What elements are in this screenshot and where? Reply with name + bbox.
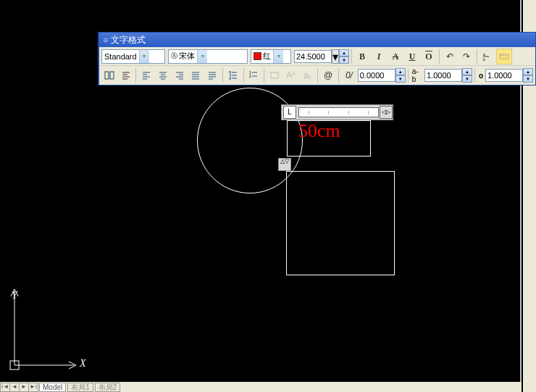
separator: [135, 68, 136, 83]
svg-rect-43: [271, 72, 278, 78]
svg-rect-10: [105, 72, 109, 79]
tab-layout1[interactable]: 布局1: [67, 383, 93, 392]
insert-field-button: [267, 67, 282, 83]
chevron-down-icon: ▾: [139, 50, 149, 63]
uppercase-button: Aᴬ: [283, 67, 299, 83]
separator: [408, 68, 409, 83]
toolbar-title-label: 文字格式: [111, 34, 146, 46]
separator: [477, 49, 477, 64]
separator: [439, 49, 440, 64]
chevron-down-icon: ▾: [273, 50, 283, 63]
svg-text:b: b: [483, 57, 485, 62]
tab-nav-next[interactable]: ►: [19, 383, 29, 392]
svg-text:2: 2: [249, 74, 251, 78]
grip-icon: [104, 38, 108, 42]
mtext-content[interactable]: 50cm: [298, 120, 340, 142]
tab-nav-last[interactable]: ►I: [28, 383, 38, 392]
width-factor-input[interactable]: [485, 69, 523, 82]
align-right-button[interactable]: [172, 67, 188, 83]
align-justify-button[interactable]: [188, 67, 204, 83]
ruler-l-box[interactable]: L: [283, 106, 296, 119]
color-combo[interactable]: 红▾: [251, 49, 291, 64]
lowercase-button: aₐ: [300, 67, 316, 83]
undo-button[interactable]: ↶: [442, 49, 458, 64]
spinner-buttons[interactable]: ▲▼: [462, 68, 472, 83]
ucs-icon: [7, 285, 80, 375]
width-factor-spinner[interactable]: ▲▼: [485, 68, 533, 83]
rectangle-large: [286, 171, 395, 275]
oblique-input[interactable]: [358, 69, 395, 82]
numbering-button[interactable]: 12: [246, 67, 262, 83]
ruler-toggle-button[interactable]: [496, 49, 512, 64]
separator: [243, 68, 244, 83]
line-spacing-button[interactable]: [225, 67, 241, 83]
separator: [474, 68, 475, 83]
ucs-x-label: X: [80, 358, 86, 370]
chevron-down-icon: ▾: [332, 49, 339, 64]
mtext-justify-button[interactable]: [118, 67, 134, 83]
align-left-button[interactable]: [138, 67, 154, 83]
toolbar-row-1: Standard▾ Ⓐ宋体▾ 红▾ ▾ ▲▼ B I A U O ↶ ↷ ab: [99, 47, 535, 66]
svg-text:a: a: [483, 52, 485, 57]
oblique-angle-button[interactable]: 0/: [341, 67, 357, 83]
mtext-height-handle[interactable]: △▽: [278, 158, 291, 171]
font-combo[interactable]: Ⓐ宋体▾: [168, 49, 248, 64]
bold-button[interactable]: B: [354, 49, 370, 64]
svg-rect-11: [110, 72, 114, 79]
ruler-width-arrows[interactable]: ◁▷: [380, 106, 393, 119]
separator: [264, 68, 264, 83]
italic-button[interactable]: I: [371, 49, 387, 64]
align-distribute-button[interactable]: [204, 67, 220, 83]
spinner-buttons[interactable]: ▲▼: [339, 49, 349, 64]
width-factor-label: o: [477, 72, 485, 80]
tab-nav-first[interactable]: I◄: [0, 383, 10, 392]
spinner-buttons[interactable]: ▲▼: [523, 68, 533, 83]
tracking-input[interactable]: [424, 69, 462, 82]
toolbar-titlebar[interactable]: 文字格式: [99, 33, 535, 47]
underline-button[interactable]: U: [404, 49, 420, 64]
text-height-input[interactable]: [294, 50, 332, 63]
tracking-spinner[interactable]: ▲▼: [424, 68, 472, 83]
text-style-combo[interactable]: Standard▾: [101, 49, 165, 64]
tab-nav-prev[interactable]: ◄: [9, 383, 20, 392]
chevron-down-icon: ▾: [197, 50, 207, 63]
columns-button[interactable]: [101, 67, 117, 83]
mtext-ruler-horizontal[interactable]: L ◁▷: [281, 104, 393, 120]
strikethrough-button[interactable]: A: [388, 49, 403, 64]
color-swatch-icon: [254, 52, 261, 60]
tab-model[interactable]: Model: [39, 383, 66, 392]
redo-button[interactable]: ↷: [458, 49, 474, 64]
tab-layout2[interactable]: 布局2: [95, 383, 121, 392]
spinner-buttons[interactable]: ▲▼: [395, 68, 406, 83]
text-height-spinner[interactable]: ▾ ▲▼: [294, 49, 349, 64]
stack-button[interactable]: ab: [480, 49, 495, 64]
separator: [317, 68, 318, 83]
align-center-button[interactable]: [155, 67, 171, 83]
toolbar-row-2: 12 Aᴬ aₐ @ 0/ ▲▼ a-b ▲▼ o ▲▼: [99, 66, 535, 85]
overline-button[interactable]: O: [421, 49, 437, 64]
symbol-button[interactable]: @: [320, 67, 336, 83]
separator: [222, 68, 223, 83]
tracking-label: a-b: [411, 67, 424, 83]
oblique-spinner[interactable]: ▲▼: [358, 68, 406, 83]
layout-tab-bar: I◄ ◄ ► ►I Model 布局1 布局2: [0, 382, 522, 392]
separator: [338, 68, 339, 83]
ruler-ticks: [298, 107, 379, 117]
separator: [351, 49, 352, 64]
text-format-toolbar: 文字格式 Standard▾ Ⓐ宋体▾ 红▾ ▾ ▲▼ B I A U O ↶ …: [98, 32, 536, 86]
